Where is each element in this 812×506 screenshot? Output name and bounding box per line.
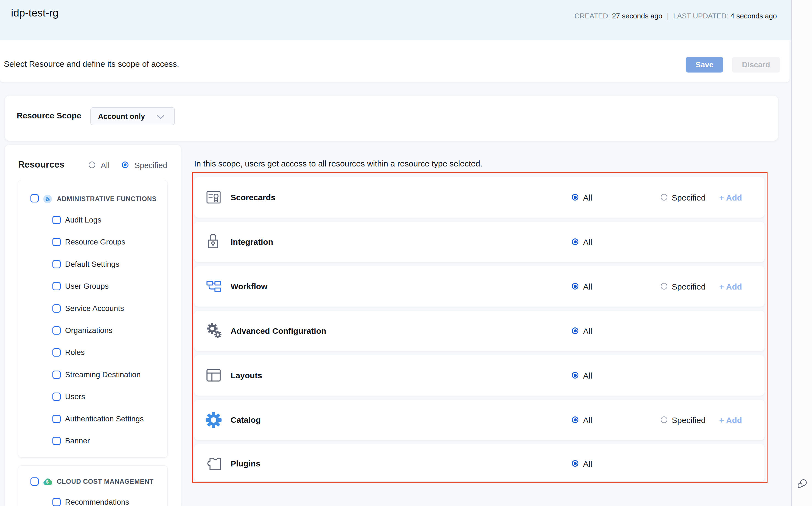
svg-text:$: $	[46, 480, 48, 484]
